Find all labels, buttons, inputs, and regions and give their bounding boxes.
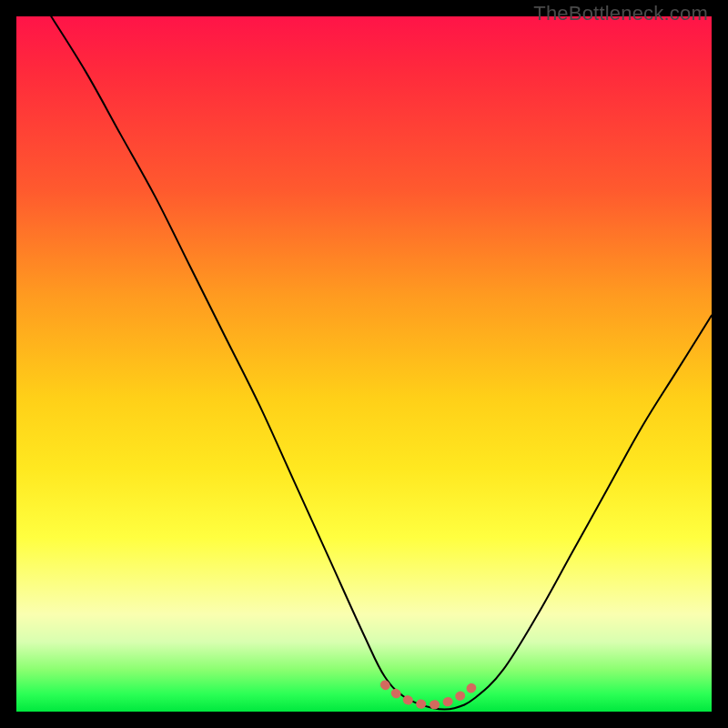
curve-svg [16,16,712,712]
bottleneck-curve [51,16,712,710]
chart-frame: TheBottleneck.com [0,0,728,728]
watermark-label: TheBottleneck.com [533,2,708,25]
valley-marker [385,685,475,705]
plot-area [16,16,712,712]
